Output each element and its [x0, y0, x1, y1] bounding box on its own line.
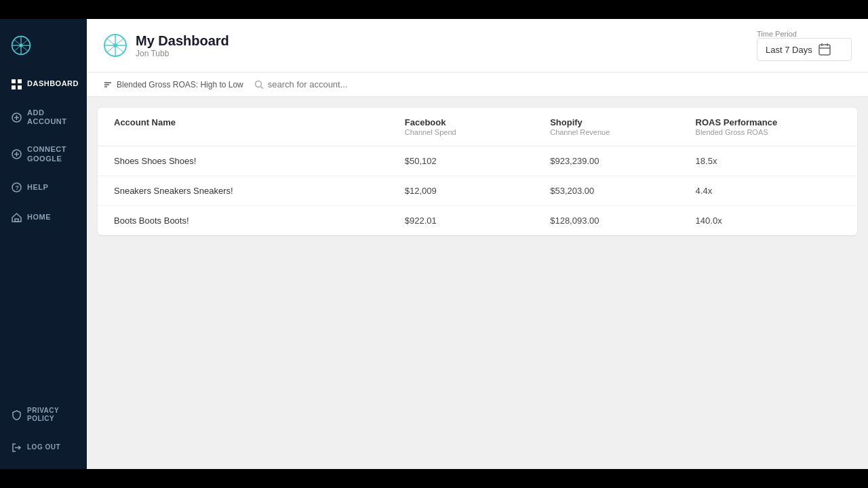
home-icon — [11, 212, 22, 223]
page-subtitle: Jon Tubb — [136, 49, 229, 58]
logout-icon — [11, 442, 22, 453]
connect-icon — [11, 149, 22, 160]
cell-roas-1: 4.4x — [696, 186, 841, 196]
sidebar-nav: DASHBOARD ADD ACCOUNT — [0, 69, 87, 397]
col-header-facebook-sublabel: Channel Spend — [405, 128, 550, 136]
col-header-roas-label: ROAS Performance — [696, 117, 841, 127]
col-header-shopify-label: Shopify — [550, 117, 695, 127]
svg-line-34 — [260, 86, 263, 89]
col-header-account-name: Account Name — [114, 117, 405, 136]
sidebar-item-connect-google[interactable]: CONNECT GOOGLE — [0, 136, 87, 172]
sidebar-item-privacy-policy-label: PRIVACY POLICY — [27, 407, 76, 423]
cell-facebook-1: $12,009 — [405, 186, 550, 196]
svg-rect-26 — [819, 45, 830, 55]
svg-point-25 — [113, 43, 117, 47]
sidebar-item-help[interactable]: ? HELP — [0, 173, 87, 203]
sidebar-bottom: PRIVACY POLICY LOG OUT — [0, 397, 87, 469]
time-period-container: Time Period Last 7 Days — [757, 30, 852, 61]
accounts-table: Account Name Facebook Channel Spend Shop… — [98, 108, 857, 235]
cell-account-name-2: Boots Boots Boots! — [114, 216, 405, 226]
calendar-icon — [818, 43, 831, 56]
shield-icon — [11, 409, 22, 420]
sidebar-item-privacy-policy[interactable]: PRIVACY POLICY — [0, 397, 87, 432]
col-header-account-name-label: Account Name — [114, 117, 405, 127]
plus-circle-icon — [11, 112, 22, 123]
svg-rect-9 — [18, 85, 22, 89]
sort-button[interactable]: Blended Gross ROAS: High to Low — [103, 80, 243, 89]
svg-rect-6 — [12, 79, 16, 83]
sidebar-item-add-account[interactable]: ADD ACCOUNT — [0, 99, 87, 136]
sidebar-item-add-account-label: ADD ACCOUNT — [27, 108, 76, 126]
svg-text:?: ? — [15, 184, 19, 191]
sidebar-item-dashboard-label: DASHBOARD — [27, 79, 79, 88]
col-header-roas-sublabel: Blended Gross ROAS — [696, 128, 841, 136]
cell-facebook-0: $50,102 — [405, 156, 550, 166]
table-row[interactable]: Boots Boots Boots! $922.01 $128,093.00 1… — [98, 206, 857, 235]
header-right: Time Period Last 7 Days — [757, 30, 852, 61]
cell-shopify-0: $923,239.00 — [550, 156, 695, 166]
sidebar-item-home[interactable]: HOME — [0, 203, 87, 232]
page-header: My Dashboard Jon Tubb Time Period Last 7… — [87, 19, 868, 73]
cell-facebook-2: $922.01 — [405, 216, 550, 226]
search-wrapper — [254, 79, 403, 89]
cell-account-name-1: Sneakers Sneakers Sneakers! — [114, 186, 405, 196]
svg-rect-18 — [15, 219, 18, 222]
time-period-value: Last 7 Days — [766, 45, 812, 55]
svg-point-5 — [20, 44, 23, 47]
sidebar-item-dashboard[interactable]: DASHBOARD — [0, 69, 87, 99]
header-left: My Dashboard Jon Tubb — [103, 33, 229, 58]
table-header: Account Name Facebook Channel Spend Shop… — [98, 108, 857, 146]
sidebar-logo — [0, 26, 87, 69]
col-header-facebook: Facebook Channel Spend — [405, 117, 550, 136]
toolbar: Blended Gross ROAS: High to Low — [87, 73, 868, 97]
time-period-label: Time Period — [757, 30, 852, 38]
sidebar-item-home-label: HOME — [27, 213, 51, 222]
bottom-bar — [0, 469, 868, 488]
table-row[interactable]: Sneakers Sneakers Sneakers! $12,009 $53,… — [98, 176, 857, 206]
col-header-facebook-label: Facebook — [405, 117, 550, 127]
cell-roas-2: 140.0x — [696, 216, 841, 226]
cell-shopify-2: $128,093.00 — [550, 216, 695, 226]
grid-icon — [11, 79, 22, 89]
table-row[interactable]: Shoes Shoes Shoes! $50,102 $923,239.00 1… — [98, 146, 857, 176]
col-header-shopify: Shopify Channel Revenue — [550, 117, 695, 136]
logo-icon — [11, 35, 31, 56]
cell-roas-0: 18.5x — [696, 156, 841, 166]
top-bar — [0, 0, 868, 19]
time-period-select[interactable]: Last 7 Days — [757, 38, 852, 61]
search-input[interactable] — [268, 79, 403, 89]
svg-rect-8 — [12, 85, 16, 89]
sidebar-item-log-out[interactable]: LOG OUT — [0, 432, 87, 462]
question-circle-icon: ? — [11, 182, 22, 193]
main-content: My Dashboard Jon Tubb Time Period Last 7… — [87, 19, 868, 469]
header-logo-icon — [103, 33, 127, 58]
search-icon — [254, 80, 264, 89]
sidebar-item-connect-google-label: CONNECT GOOGLE — [27, 145, 76, 163]
col-header-roas: ROAS Performance Blended Gross ROAS — [696, 117, 841, 136]
sidebar-item-log-out-label: LOG OUT — [27, 443, 60, 451]
svg-rect-7 — [18, 79, 22, 83]
sidebar-item-help-label: HELP — [27, 183, 48, 192]
cell-account-name-0: Shoes Shoes Shoes! — [114, 156, 405, 166]
svg-point-33 — [255, 81, 261, 87]
sort-icon — [103, 80, 113, 89]
page-title: My Dashboard — [136, 33, 229, 49]
cell-shopify-1: $53,203.00 — [550, 186, 695, 196]
sidebar: DASHBOARD ADD ACCOUNT — [0, 19, 87, 469]
sort-label: Blended Gross ROAS: High to Low — [117, 80, 243, 89]
header-titles: My Dashboard Jon Tubb — [136, 33, 229, 58]
col-header-shopify-sublabel: Channel Revenue — [550, 128, 695, 136]
